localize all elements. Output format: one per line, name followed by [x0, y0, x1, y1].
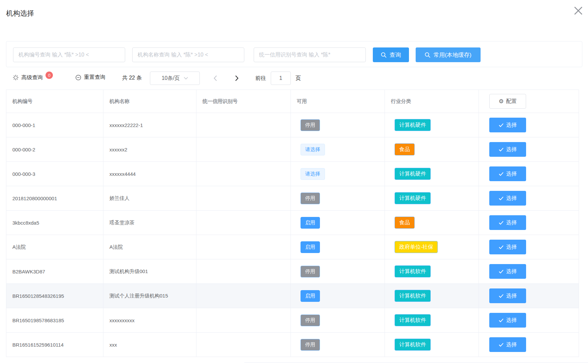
check-icon: [499, 245, 504, 249]
industry-tag[interactable]: 政府单位-社保: [395, 241, 438, 253]
industry-tag[interactable]: 食品: [395, 143, 415, 155]
status-cell: 请选择: [291, 137, 385, 161]
common-cache-button-label: 常用(本地缓存): [433, 51, 471, 59]
select-button-label: 选择: [506, 195, 517, 202]
credit-id-cell: [196, 308, 291, 332]
footer-divider: [244, 362, 588, 363]
goto-label: 前往: [255, 75, 266, 82]
industry-tag[interactable]: 食品: [395, 217, 415, 229]
select-button[interactable]: 选择: [489, 166, 526, 181]
select-button-label: 选择: [506, 122, 517, 129]
select-button[interactable]: 选择: [489, 264, 526, 279]
status-badge[interactable]: 停用: [301, 315, 320, 326]
status-badge[interactable]: 启用: [301, 290, 320, 302]
table-row: BR1650198578683185xxxxxxxxxx停用计算机软件选择: [6, 308, 579, 333]
prev-page-button[interactable]: [211, 73, 220, 84]
table-row: BR1651615259610114xxx停用计算机软件选择: [6, 333, 579, 357]
status-cell: 停用: [291, 259, 385, 283]
column-header-4: 可用: [291, 90, 385, 113]
action-cell: 选择: [479, 162, 579, 186]
status-cell: 停用: [291, 333, 385, 357]
status-badge[interactable]: 启用: [301, 241, 320, 253]
column-header-1: 机构编号: [6, 90, 103, 113]
select-button[interactable]: 选择: [489, 288, 526, 303]
next-page-button[interactable]: [232, 73, 241, 84]
status-badge[interactable]: 停用: [301, 339, 320, 351]
select-button[interactable]: 选择: [489, 337, 526, 352]
industry-tag[interactable]: 计算机软件: [395, 265, 431, 277]
status-cell: 启用: [291, 211, 385, 235]
industry-tag[interactable]: 计算机硬件: [395, 192, 431, 204]
credit-id-cell: [196, 186, 291, 210]
status-badge[interactable]: 启用: [301, 217, 320, 229]
search-icon: [381, 52, 387, 58]
check-icon: [499, 147, 504, 152]
select-button[interactable]: 选择: [489, 118, 526, 132]
org-code-cell: 000-000-3: [6, 162, 103, 186]
action-cell: 选择: [479, 235, 579, 259]
action-cell: 选择: [479, 113, 579, 137]
select-button[interactable]: 选择: [489, 240, 526, 254]
select-button-label: 选择: [506, 170, 517, 177]
credit-id-input[interactable]: [254, 47, 366, 62]
status-badge[interactable]: 请选择: [301, 144, 325, 155]
status-badge[interactable]: 停用: [301, 266, 320, 277]
status-badge[interactable]: 停用: [301, 119, 320, 131]
org-code-input[interactable]: [13, 47, 125, 62]
common-cache-button[interactable]: 常用(本地缓存): [416, 47, 481, 62]
industry-tag[interactable]: 计算机软件: [395, 339, 431, 351]
config-button[interactable]: ⚙配置: [489, 94, 526, 109]
org-code-cell: A法院: [6, 235, 103, 259]
industry-tag[interactable]: 计算机软件: [395, 314, 431, 326]
org-code-cell: BR1650128548326195: [6, 284, 103, 308]
status-badge[interactable]: 请选择: [301, 168, 325, 180]
select-button-label: 选择: [506, 146, 517, 153]
table-row: 2018120800000001娇兰佳人停用计算机硬件选择: [6, 186, 579, 211]
goto-page-input[interactable]: [271, 72, 291, 85]
select-button-label: 选择: [506, 292, 517, 299]
goto-page-group: 前往 页: [255, 72, 301, 85]
check-icon: [499, 123, 504, 127]
industry-tag[interactable]: 计算机硬件: [395, 119, 431, 131]
table-row: B2BAWK3D87测试机构升级001停用计算机软件选择: [6, 259, 579, 284]
advanced-query-badge: 0: [46, 72, 53, 79]
org-name-cell: xxxxxx4444: [103, 162, 196, 186]
select-button[interactable]: 选择: [489, 142, 526, 157]
close-button[interactable]: [572, 4, 585, 17]
org-name-input[interactable]: [132, 47, 244, 62]
industry-tag[interactable]: 计算机软件: [395, 290, 431, 302]
org-name-cell: 娇兰佳人: [103, 186, 196, 210]
org-code-cell: 000-000-2: [6, 137, 103, 161]
advanced-query-button[interactable]: 高级查询 0: [13, 74, 53, 81]
org-name-cell: xxxxxx22222-1: [103, 113, 196, 137]
table-row: A法院A法院启用政府单位-社保选择: [6, 235, 579, 259]
column-header-5: 行业分类: [385, 90, 479, 113]
reset-query-button[interactable]: 重置查询: [75, 74, 105, 81]
config-button-label: 配置: [506, 98, 517, 105]
org-name-cell: xxxxxxxxxx: [103, 308, 196, 332]
starburst-icon: [13, 75, 19, 81]
credit-id-cell: [196, 162, 291, 186]
industry-cell: 计算机软件: [385, 308, 479, 332]
action-cell: 选择: [479, 186, 579, 210]
goto-suffix: 页: [296, 75, 301, 82]
org-name-cell: 测试机构升级001: [103, 259, 196, 283]
action-cell: 选择: [479, 259, 579, 283]
check-icon: [499, 221, 504, 225]
select-button[interactable]: 选择: [489, 215, 526, 230]
check-icon: [499, 196, 504, 201]
industry-tag[interactable]: 计算机硬件: [395, 168, 431, 180]
page-size-select[interactable]: 10条/页: [150, 72, 200, 85]
org-name-cell: 瑶圣堂凉茶: [103, 211, 196, 235]
credit-id-cell: [196, 113, 291, 137]
query-button[interactable]: 查询: [373, 47, 409, 62]
column-header-3: 统一信用识别号: [196, 90, 291, 113]
credit-id-cell: [196, 211, 291, 235]
action-cell: 选择: [479, 137, 579, 161]
status-badge[interactable]: 停用: [301, 193, 320, 204]
reset-query-label: 重置查询: [84, 74, 105, 81]
column-header-2: 机构名称: [103, 90, 196, 113]
select-button[interactable]: 选择: [489, 313, 526, 328]
select-button[interactable]: 选择: [489, 191, 526, 206]
org-code-cell: BR1651615259610114: [6, 333, 103, 357]
